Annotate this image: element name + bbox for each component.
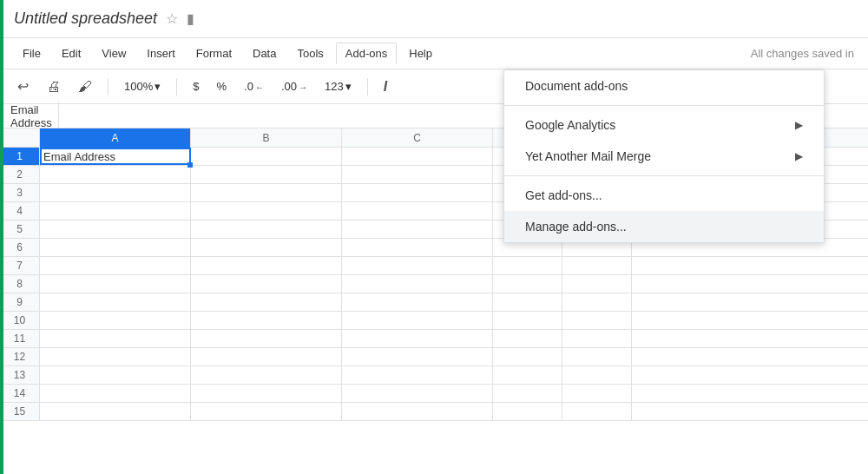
cell-a9[interactable]: [40, 293, 191, 311]
cell-b5[interactable]: [191, 221, 342, 238]
cell-a7[interactable]: [40, 257, 191, 274]
cell-c10[interactable]: [342, 312, 493, 329]
cell-a11[interactable]: [40, 330, 191, 347]
menu-edit[interactable]: Edit: [53, 43, 89, 63]
print-button[interactable]: 🖨: [42, 75, 66, 99]
cell-c5[interactable]: [342, 221, 493, 238]
dropdown-item-manage-addons[interactable]: Manage add-ons...: [504, 211, 824, 242]
percent-button[interactable]: %: [211, 78, 232, 95]
format-123-button[interactable]: 123 ▾: [319, 78, 357, 95]
cell-b9[interactable]: [191, 293, 342, 311]
cell-b1[interactable]: [191, 148, 342, 165]
cell-c6[interactable]: [342, 239, 493, 256]
cell-d13[interactable]: [493, 366, 562, 384]
cell-a10[interactable]: [40, 312, 191, 329]
cell-c12[interactable]: [342, 348, 493, 365]
col-header-a[interactable]: A: [40, 128, 191, 148]
cell-d8[interactable]: [493, 275, 562, 293]
cell-a12[interactable]: [40, 348, 191, 365]
menu-tools[interactable]: Tools: [288, 43, 332, 63]
cell-b6[interactable]: [191, 239, 342, 256]
cell-d7[interactable]: [493, 257, 562, 274]
menu-file[interactable]: File: [14, 43, 49, 63]
dropdown-divider-2: [504, 175, 824, 176]
menu-help[interactable]: Help: [400, 43, 441, 63]
cell-b13[interactable]: [191, 366, 342, 384]
undo-button[interactable]: ↩: [10, 75, 35, 99]
cell-e13[interactable]: [562, 366, 632, 384]
currency-button[interactable]: $: [187, 78, 204, 95]
cell-b11[interactable]: [191, 330, 342, 347]
dropdown-item-mail-merge[interactable]: Yet Another Mail Merge ▶: [504, 141, 824, 172]
cell-e10[interactable]: [562, 312, 632, 329]
cell-c15[interactable]: [342, 403, 493, 420]
decimal-more-button[interactable]: .00 →: [276, 78, 312, 95]
cell-b14[interactable]: [191, 385, 342, 402]
cell-b10[interactable]: [191, 312, 342, 329]
cell-e8[interactable]: [562, 275, 632, 293]
cell-b3[interactable]: [191, 184, 342, 201]
cell-a5[interactable]: [40, 221, 191, 238]
cell-c14[interactable]: [342, 385, 493, 402]
cell-e7[interactable]: [562, 257, 632, 274]
cell-d14[interactable]: [493, 385, 562, 402]
cell-b15[interactable]: [191, 403, 342, 420]
table-row: 12: [0, 348, 868, 366]
cell-c8[interactable]: [342, 275, 493, 293]
paint-format-button[interactable]: 🖌: [73, 75, 97, 99]
dropdown-item-document-addons[interactable]: Document add-ons: [504, 70, 824, 102]
cell-a14[interactable]: [40, 385, 191, 402]
cell-a2[interactable]: [40, 166, 191, 183]
decimal-more-arrow: →: [299, 82, 307, 92]
folder-icon[interactable]: ▮: [187, 10, 194, 27]
cell-d9[interactable]: [493, 293, 562, 311]
cell-a3[interactable]: [40, 184, 191, 201]
cell-c2[interactable]: [342, 166, 493, 183]
cell-e14[interactable]: [562, 385, 632, 402]
menu-insert[interactable]: Insert: [138, 43, 184, 63]
cell-c1[interactable]: [342, 148, 493, 165]
cell-c11[interactable]: [342, 330, 493, 347]
cell-c13[interactable]: [342, 366, 493, 384]
dropdown-item-get-addons[interactable]: Get add-ons...: [504, 180, 824, 211]
all-changes-status: All changes saved in: [751, 47, 854, 60]
format-123-label: 123: [325, 80, 344, 93]
cell-d12[interactable]: [493, 348, 562, 365]
cell-b2[interactable]: [191, 166, 342, 183]
cell-d10[interactable]: [493, 312, 562, 329]
italic-button[interactable]: I: [378, 77, 392, 96]
cell-a13[interactable]: [40, 366, 191, 384]
cell-b12[interactable]: [191, 348, 342, 365]
row-number: 5: [0, 221, 40, 238]
row-number: 10: [0, 312, 40, 329]
cell-a8[interactable]: [40, 275, 191, 293]
cell-c9[interactable]: [342, 293, 493, 311]
cell-c4[interactable]: [342, 202, 493, 220]
menu-view[interactable]: View: [93, 43, 135, 63]
cell-c7[interactable]: [342, 257, 493, 274]
menu-addons[interactable]: Add-ons: [336, 43, 397, 64]
cell-a1[interactable]: Email Address: [40, 148, 191, 165]
col-header-b[interactable]: B: [191, 128, 342, 148]
menu-format[interactable]: Format: [187, 43, 240, 63]
cell-b7[interactable]: [191, 257, 342, 274]
cell-e11[interactable]: [562, 330, 632, 347]
cell-d11[interactable]: [493, 330, 562, 347]
col-header-c[interactable]: C: [342, 128, 493, 148]
cell-d15[interactable]: [493, 403, 562, 420]
zoom-control[interactable]: 100% ▾: [119, 78, 166, 95]
star-icon[interactable]: ☆: [166, 10, 178, 27]
cell-e12[interactable]: [562, 348, 632, 365]
dropdown-item-google-analytics[interactable]: Google Analytics ▶: [504, 109, 824, 141]
cell-c3[interactable]: [342, 184, 493, 201]
cell-b4[interactable]: [191, 202, 342, 220]
cell-a6[interactable]: [40, 239, 191, 256]
row-number: 2: [0, 166, 40, 183]
cell-a4[interactable]: [40, 202, 191, 220]
cell-e15[interactable]: [562, 403, 632, 420]
cell-e9[interactable]: [562, 293, 632, 311]
menu-data[interactable]: Data: [244, 43, 285, 63]
decimal-less-button[interactable]: .0 ←: [239, 78, 269, 95]
cell-a15[interactable]: [40, 403, 191, 420]
cell-b8[interactable]: [191, 275, 342, 293]
